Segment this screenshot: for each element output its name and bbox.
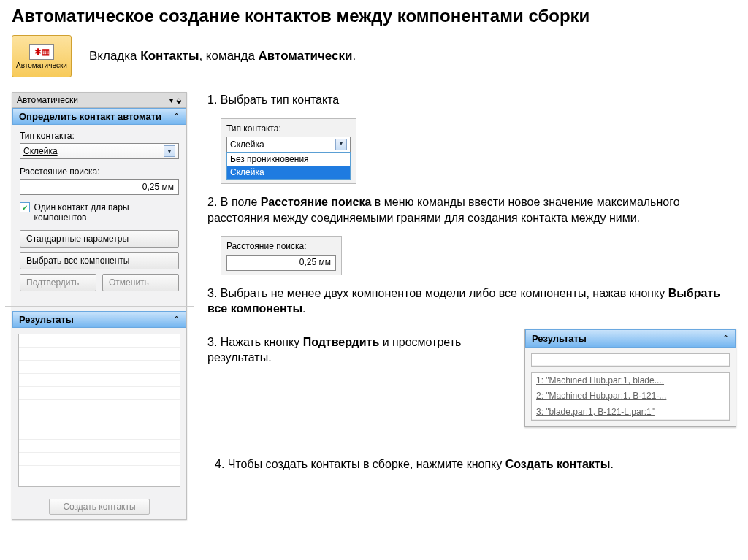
- type-label: Тип контакта:: [20, 131, 179, 141]
- distance-preview: Расстояние поиска: 0,25 мм: [221, 236, 342, 275]
- distance-input[interactable]: 0,25 мм: [20, 179, 179, 195]
- chevron-down-icon: ▼: [335, 139, 347, 150]
- option-glue[interactable]: Склейка: [227, 166, 350, 179]
- step-4: 4. Чтобы создать контакты в сборке, нажм…: [215, 456, 736, 472]
- results-list: [18, 334, 180, 487]
- std-params-button[interactable]: Стандартные параметры: [20, 230, 179, 248]
- confirm-button[interactable]: Подтвердить: [20, 274, 96, 291]
- distance-input-preview[interactable]: 0,25 мм: [226, 255, 336, 271]
- chevron-up-icon: ⌃: [722, 333, 729, 344]
- contact-type-combo[interactable]: Склейка ▼: [20, 143, 179, 159]
- instructions-body: 1. Выбрать тип контакта Тип контакта: Ск…: [207, 92, 736, 520]
- type-dropdown-preview: Тип контакта: Склейка ▼ Без проникновени…: [221, 118, 356, 185]
- step-1: 1. Выбрать тип контакта: [207, 92, 736, 108]
- dropdown-icon[interactable]: ▾: [169, 96, 173, 104]
- step-3a: 3. Выбрать не менее двух компонентов мод…: [207, 285, 736, 317]
- panel-section-header[interactable]: Определить контакт автомати ⌃: [12, 108, 186, 125]
- cancel-button[interactable]: Отменить: [102, 274, 179, 291]
- result-row[interactable]: 1: "Machined Hub.par:1, blade....: [532, 373, 729, 388]
- results-section-header[interactable]: Результаты ⌃: [12, 311, 186, 328]
- results-preview-header[interactable]: Результаты ⌃: [525, 329, 736, 348]
- distance-label: Расстояние поиска:: [20, 166, 179, 177]
- ribbon-auto-button[interactable]: ✱▦ Автоматически: [12, 35, 72, 77]
- results-preview-panel: Результаты ⌃ 1: "Machined Hub.par:1, bla…: [524, 329, 736, 427]
- create-contacts-button[interactable]: Создать контакты: [49, 499, 149, 515]
- auto-contact-panel: Автоматически ▾ ⬙ Определить контакт авт…: [12, 92, 187, 520]
- page-title: Автоматическое создание контактов между …: [12, 6, 736, 26]
- type-combo-preview[interactable]: Склейка ▼: [226, 137, 351, 153]
- chevron-down-icon: ▼: [164, 145, 175, 157]
- intro-text: Вкладка Контакты, команда Автоматически.: [89, 49, 356, 64]
- result-row[interactable]: 2: "Machined Hub.par:1, B-121-...: [532, 388, 729, 404]
- chevron-up-icon: ⌃: [173, 112, 180, 121]
- ribbon-button-label: Автоматически: [16, 61, 67, 69]
- step-2: 2. В поле Расстояние поиска в меню коман…: [207, 194, 736, 226]
- panel-tab: Автоматически ▾ ⬙: [12, 93, 186, 108]
- option-no-penetration[interactable]: Без проникновения: [227, 153, 350, 166]
- auto-contact-icon: ✱▦: [29, 44, 54, 60]
- chevron-up-icon: ⌃: [173, 315, 180, 324]
- checkbox-label: Один контакт для пары компонентов: [34, 202, 179, 223]
- divider: [5, 306, 194, 307]
- dropdown-list: Без проникновения Склейка: [226, 152, 351, 180]
- select-all-button[interactable]: Выбрать все компоненты: [20, 252, 179, 269]
- single-contact-checkbox[interactable]: ✔: [20, 202, 30, 212]
- result-row[interactable]: 3: "blade.par:1, B-121-L.par:1": [532, 404, 729, 420]
- pin-icon[interactable]: ⬙: [176, 96, 182, 104]
